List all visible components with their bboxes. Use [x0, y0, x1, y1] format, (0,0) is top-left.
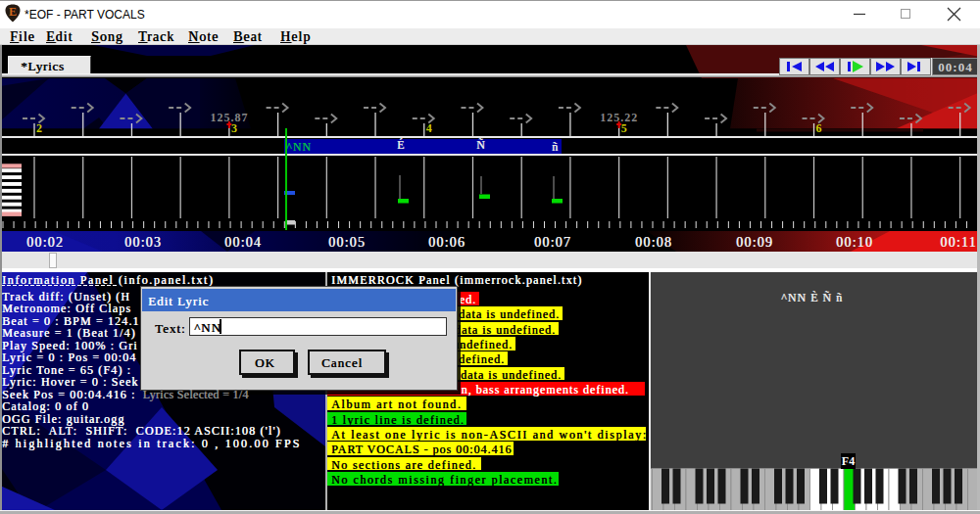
svg-text:5: 5: [621, 121, 627, 135]
svg-text:2: 2: [36, 121, 42, 135]
svg-text:F4: F4: [842, 454, 855, 468]
svg-text:4: 4: [426, 121, 432, 135]
svg-text:6: 6: [816, 121, 822, 135]
svg-text:3: 3: [231, 121, 237, 135]
svg-text:E: E: [9, 5, 17, 19]
svg-text:00:04: 00:04: [938, 60, 972, 74]
